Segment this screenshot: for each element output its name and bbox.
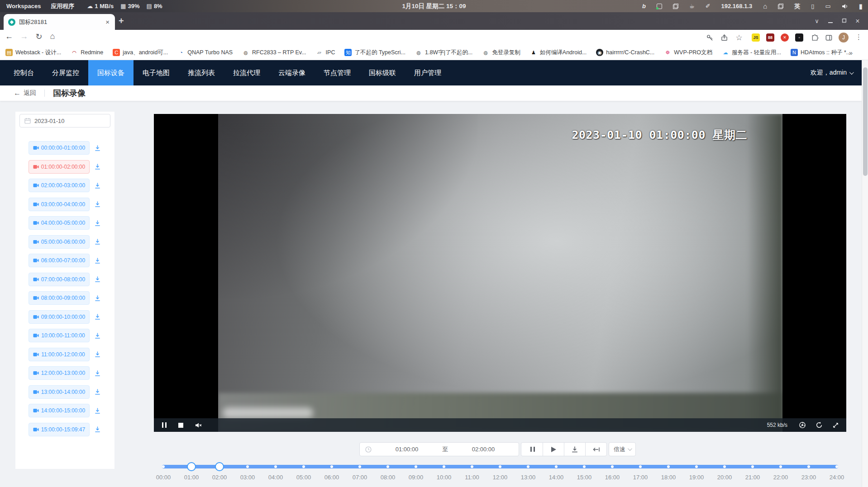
segment-download-icon[interactable]: [94, 201, 101, 208]
player-stop-icon[interactable]: [178, 423, 183, 428]
color-picker-icon[interactable]: ✐: [706, 3, 711, 9]
bookmark-item[interactable]: ◉hairrrrr/C-CrashC...: [596, 49, 654, 56]
start-time-value[interactable]: 01:00:00: [372, 446, 442, 453]
side-panel-icon[interactable]: [824, 33, 834, 42]
play-button[interactable]: [543, 443, 564, 456]
bookmark-item[interactable]: ☁服务器 - 轻量应用...: [722, 49, 781, 57]
refresh-icon[interactable]: [816, 421, 823, 429]
player-pause-icon[interactable]: [162, 422, 167, 428]
memory-usage-indicator[interactable]: ▤ 8%: [147, 3, 162, 9]
segment-button[interactable]: 04:00:00-05:00:00: [29, 216, 90, 230]
tab-close-icon[interactable]: ×: [105, 18, 110, 26]
bookmark-item[interactable]: ▱IPC: [316, 49, 335, 56]
segment-button[interactable]: 00:00:00-01:00:00: [29, 141, 90, 155]
nav-item-分屏监控[interactable]: 分屏监控: [43, 60, 88, 85]
adblock-extension-icon[interactable]: ✕: [781, 33, 789, 42]
segment-button[interactable]: 05:00:00-06:00:00: [29, 235, 90, 249]
bookmark-item[interactable]: 知了不起的 TypeScri...: [344, 49, 405, 57]
segment-download-icon[interactable]: [94, 276, 101, 283]
segment-button[interactable]: 06:00:00-07:00:00: [29, 254, 90, 267]
key-icon[interactable]: [705, 33, 715, 42]
segment-download-icon[interactable]: [94, 295, 101, 302]
snapshot-icon[interactable]: [799, 421, 806, 429]
dark-extension-icon[interactable]: ▫: [795, 33, 803, 42]
red-badge-extension-icon[interactable]: 88: [766, 33, 774, 42]
segment-download-icon[interactable]: [94, 426, 101, 433]
segment-download-icon[interactable]: [94, 313, 101, 320]
nav-item-云端录像[interactable]: 云端录像: [269, 60, 315, 85]
tray-app-b-icon[interactable]: b: [642, 3, 646, 9]
download-button[interactable]: [564, 443, 585, 456]
segment-button[interactable]: 07:00:00-08:00:00: [29, 273, 90, 286]
segment-button[interactable]: 09:00:00-10:00:00: [29, 310, 90, 324]
segment-button[interactable]: 14:00:00-15:00:00: [29, 404, 90, 417]
player-mute-icon[interactable]: [195, 422, 202, 428]
cpu-usage-indicator[interactable]: ▦ 39%: [120, 3, 139, 9]
back-arrow-icon[interactable]: ←: [14, 89, 21, 97]
segment-button[interactable]: 01:00:00-02:00:00: [29, 160, 90, 174]
nav-item-推流列表[interactable]: 推流列表: [179, 60, 224, 85]
caffeine-icon[interactable]: ☕: [689, 3, 695, 9]
segment-download-icon[interactable]: [94, 145, 101, 151]
home-icon[interactable]: ⌂: [763, 3, 767, 9]
nav-item-国标级联[interactable]: 国标级联: [360, 60, 405, 85]
tab-search-icon[interactable]: ∨: [810, 18, 824, 24]
segment-button[interactable]: 03:00:00-04:00:00: [29, 198, 90, 211]
window-close-button[interactable]: ×: [851, 17, 864, 25]
segment-button[interactable]: 02:00:00-03:00:00: [29, 179, 90, 192]
share-icon[interactable]: [719, 33, 729, 42]
seek-back-button[interactable]: [585, 443, 606, 456]
tablet-icon[interactable]: ▯: [811, 3, 814, 9]
nav-item-电子地图[interactable]: 电子地图: [134, 60, 179, 85]
segment-download-icon[interactable]: [94, 257, 101, 264]
bookmark-item[interactable]: Cjava、android可...: [113, 49, 168, 57]
segment-button[interactable]: 12:00:00-13:00:00: [29, 366, 90, 380]
segment-download-icon[interactable]: [94, 163, 101, 170]
bookmarks-overflow-icon[interactable]: »: [849, 49, 853, 57]
segment-download-icon[interactable]: [94, 388, 101, 395]
page-scrollbar[interactable]: [862, 60, 868, 487]
nav-item-用户管理[interactable]: 用户管理: [405, 60, 450, 85]
network-speed-indicator[interactable]: ☁ 1 MB/s: [87, 3, 114, 9]
forward-icon[interactable]: →: [18, 32, 30, 41]
user-menu[interactable]: 欢迎，admin: [811, 69, 853, 77]
bookmark-item[interactable]: ◍1.8W字|了不起的...: [415, 49, 472, 57]
workspaces-button[interactable]: Workspaces: [6, 3, 41, 9]
segment-download-icon[interactable]: [94, 238, 101, 245]
workspace-switcher-icon[interactable]: [778, 4, 783, 9]
nav-item-国标设备[interactable]: 国标设备: [88, 60, 134, 85]
segment-button[interactable]: 08:00:00-09:00:00: [29, 291, 90, 305]
display-icon[interactable]: ▭: [825, 3, 830, 9]
clipboard-manager-icon[interactable]: [673, 4, 678, 9]
timeline-handle[interactable]: [187, 462, 196, 471]
pause-button[interactable]: [521, 443, 543, 456]
new-tab-button[interactable]: +: [119, 16, 124, 26]
applications-menu[interactable]: 应用程序: [51, 2, 74, 10]
bookmark-item[interactable]: ◠Redmine: [71, 49, 103, 56]
window-restore-button[interactable]: [837, 18, 851, 24]
bookmark-item[interactable]: ◍RFC2833 – RTP Ev...: [242, 49, 306, 56]
date-picker-input[interactable]: 2023-01-10: [19, 114, 110, 128]
segment-download-icon[interactable]: [94, 407, 101, 414]
ip-address-indicator[interactable]: 192.168.1.3: [721, 3, 753, 9]
profile-avatar[interactable]: J: [839, 33, 849, 43]
segment-download-icon[interactable]: [94, 332, 101, 339]
bookmark-item[interactable]: ❁WVP-PRO文档: [664, 49, 712, 57]
browser-menu-kebab-icon[interactable]: ⋮: [855, 33, 862, 41]
js-extension-icon[interactable]: JS: [752, 33, 760, 42]
bookmark-item[interactable]: ♟如何编译Android...: [530, 49, 587, 57]
time-range-input[interactable]: 01:00:00 至 02:00:00: [359, 442, 519, 456]
segment-button[interactable]: 11:00:00-12:00:00: [29, 348, 90, 361]
screenshot-tool-icon[interactable]: [657, 4, 662, 9]
window-minimize-button[interactable]: [824, 18, 837, 24]
browser-tab[interactable]: 国标28181 ×: [4, 14, 115, 30]
bookmark-star-icon[interactable]: ☆: [734, 33, 744, 42]
video-player[interactable]: 2023-01-10 01:00:00 星期二 552 kb/s: [154, 114, 846, 432]
home-button-icon[interactable]: ⌂: [47, 32, 58, 41]
nav-item-控制台[interactable]: 控制台: [5, 60, 43, 85]
bookmark-item[interactable]: NHDAtmos :: 种子 *...: [791, 49, 851, 57]
scrollbar-thumb[interactable]: [863, 67, 868, 176]
segment-download-icon[interactable]: [94, 370, 101, 377]
back-button[interactable]: 返回: [24, 89, 36, 97]
bookmark-item[interactable]: ▤Webstack - 设计...: [5, 49, 61, 57]
